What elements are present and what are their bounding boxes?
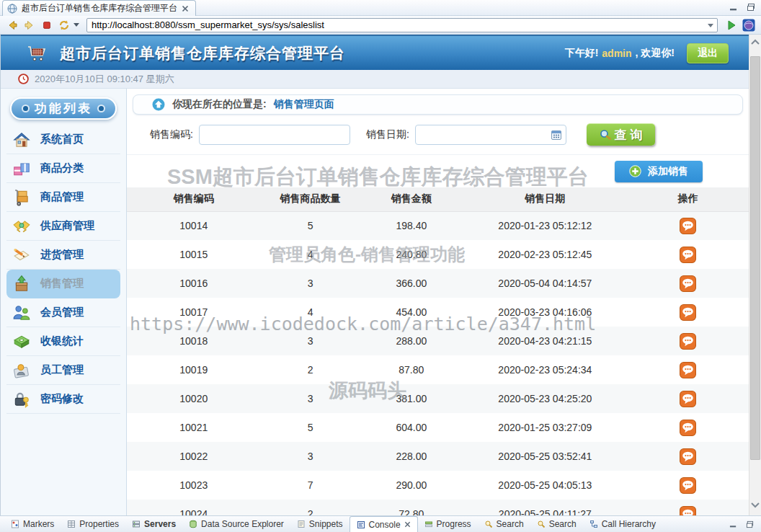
tab-properties[interactable]: Properties bbox=[61, 516, 125, 532]
sidebar-item-purchase[interactable]: 进货管理 bbox=[6, 241, 120, 270]
close-icon[interactable] bbox=[182, 5, 189, 12]
sales-icon bbox=[12, 275, 31, 293]
detail-button[interactable] bbox=[680, 476, 697, 494]
breadcrumb-current-link[interactable]: 销售管理页面 bbox=[274, 98, 334, 111]
add-sales-label: 添加销售 bbox=[648, 165, 688, 178]
search-icon bbox=[484, 520, 493, 528]
stop-icon[interactable] bbox=[40, 19, 53, 32]
sidebar-item-label: 销售管理 bbox=[40, 277, 84, 291]
sidebar-item-label: 收银统计 bbox=[40, 334, 84, 348]
sidebar: 功能列表 系统首页 商品分类 bbox=[1, 89, 127, 515]
url-input[interactable] bbox=[86, 18, 718, 32]
cell-amount: 228.00 bbox=[360, 442, 463, 471]
cell-date: 2020-04-23 04:21:15 bbox=[463, 327, 628, 355]
tab-servers[interactable]: Servers bbox=[125, 516, 182, 532]
maximize-view-icon[interactable] bbox=[747, 3, 755, 12]
minimize-view-icon[interactable] bbox=[729, 3, 738, 12]
detail-button[interactable] bbox=[680, 217, 697, 234]
detail-button[interactable] bbox=[680, 361, 697, 378]
supplier-icon bbox=[12, 217, 31, 236]
url-dropdown-icon[interactable] bbox=[708, 24, 713, 27]
sidebar-item-sales[interactable]: 销售管理 bbox=[6, 270, 120, 298]
cell-qty: 3 bbox=[261, 269, 360, 298]
category-icon bbox=[12, 159, 31, 178]
refresh-dropdown-icon[interactable] bbox=[74, 23, 79, 27]
sidebar-menu: 系统首页 商品分类 商品管理 bbox=[1, 125, 126, 414]
tab-progress[interactable]: Progress bbox=[418, 516, 478, 532]
greeting-prefix: 下午好! bbox=[565, 47, 599, 60]
cell-date: 2020-01-23 05:12:12 bbox=[463, 211, 628, 240]
go-icon[interactable] bbox=[725, 19, 738, 32]
main-content: 你现在所在的位置是: 销售管理页面 销售编码: 销售日期: 查 询 bbox=[127, 89, 749, 515]
minimize-view-icon[interactable] bbox=[729, 520, 737, 528]
pill-dot bbox=[99, 106, 104, 111]
tab-label: Search bbox=[497, 519, 524, 529]
col-header-op: 操作 bbox=[628, 187, 749, 211]
external-browser-icon[interactable] bbox=[742, 19, 755, 32]
sales-code-input[interactable] bbox=[199, 125, 350, 145]
back-icon[interactable] bbox=[6, 19, 19, 32]
snippets-icon bbox=[297, 520, 306, 528]
vertical-scrollbar[interactable] bbox=[749, 35, 761, 515]
sidebar-item-home[interactable]: 系统首页 bbox=[6, 125, 120, 154]
sidebar-item-label: 员工管理 bbox=[40, 363, 84, 377]
calendar-icon[interactable] bbox=[551, 129, 562, 141]
detail-button[interactable] bbox=[680, 246, 697, 263]
tab-label: Servers bbox=[144, 519, 176, 529]
detail-button[interactable] bbox=[680, 390, 697, 407]
scroll-down-icon[interactable] bbox=[751, 502, 760, 508]
tab-console[interactable]: Console bbox=[350, 516, 418, 532]
tab-search-2[interactable]: Search bbox=[530, 516, 583, 532]
detail-button[interactable] bbox=[680, 303, 697, 321]
tab-call-hierarchy[interactable]: Call Hierarchy bbox=[583, 516, 662, 532]
data-source-icon bbox=[189, 520, 197, 528]
refresh-icon[interactable] bbox=[58, 19, 71, 32]
sidebar-item-category[interactable]: 商品分类 bbox=[6, 154, 120, 183]
cell-qty: 3 bbox=[261, 384, 360, 413]
cell-qty: 5 bbox=[261, 413, 360, 442]
cell-qty: 4 bbox=[261, 298, 360, 327]
datetime-bar: 2020年10月10日 09:10:47 星期六 bbox=[1, 70, 749, 89]
detail-button[interactable] bbox=[680, 275, 697, 292]
cell-date: 2020-05-25 04:11:27 bbox=[463, 500, 628, 515]
scrollbar-thumb[interactable] bbox=[750, 56, 760, 460]
add-sales-button[interactable]: 添加销售 bbox=[615, 161, 703, 182]
tab-search-1[interactable]: Search bbox=[478, 516, 530, 532]
sidebar-item-employee[interactable]: 员工管理 bbox=[6, 356, 120, 385]
cell-date: 2020-05-25 04:05:13 bbox=[463, 471, 628, 500]
table-row: 10019287.802020-02-23 05:24:34 bbox=[127, 355, 749, 384]
clock-icon bbox=[18, 74, 29, 84]
sidebar-item-supplier[interactable]: 供应商管理 bbox=[6, 212, 120, 241]
query-button[interactable]: 查 询 bbox=[587, 123, 655, 146]
maximize-view-icon[interactable] bbox=[746, 520, 754, 528]
detail-button[interactable] bbox=[680, 332, 697, 350]
detail-button[interactable] bbox=[680, 448, 697, 465]
datetime-text: 2020年10月10日 09:10:47 星期六 bbox=[35, 73, 174, 86]
cell-date: 2020-05-04 04:14:57 bbox=[463, 269, 628, 298]
sales-date-input[interactable] bbox=[415, 125, 566, 145]
password-icon bbox=[12, 390, 31, 409]
tab-markers[interactable]: Markers bbox=[4, 516, 61, 532]
detail-button[interactable] bbox=[680, 419, 697, 436]
tab-snippets[interactable]: Snippets bbox=[290, 516, 350, 532]
sidebar-item-password[interactable]: 密码修改 bbox=[6, 385, 120, 414]
scroll-up-icon[interactable] bbox=[751, 39, 760, 45]
close-icon[interactable] bbox=[404, 521, 411, 528]
cell-qty: 5 bbox=[261, 211, 360, 240]
forward-icon[interactable] bbox=[23, 19, 36, 32]
sidebar-item-goods[interactable]: 商品管理 bbox=[6, 183, 120, 212]
cell-code: 10015 bbox=[127, 240, 261, 269]
logout-button[interactable]: 退出 bbox=[687, 43, 729, 63]
sidebar-item-member[interactable]: 会员管理 bbox=[6, 298, 120, 327]
browser-toolbar bbox=[0, 16, 761, 35]
tab-data-source-explorer[interactable]: Data Source Explorer bbox=[182, 516, 290, 532]
query-button-label: 查 询 bbox=[614, 127, 642, 143]
cell-code: 10014 bbox=[127, 211, 261, 240]
editor-tab[interactable]: 超市后台订单销售仓库库存综合管理平台 bbox=[2, 0, 196, 16]
purchase-icon bbox=[12, 246, 31, 265]
browser-viewport: 超市后台订单销售仓库库存综合管理平台 下午好! admin , 欢迎你! 退出 … bbox=[0, 35, 749, 515]
table-row: 100223228.002020-05-25 03:52:41 bbox=[127, 442, 749, 471]
detail-button[interactable] bbox=[680, 505, 697, 515]
sidebar-item-cashier[interactable]: 收银统计 bbox=[6, 327, 120, 356]
table-row: 100145198.402020-01-23 05:12:12 bbox=[127, 211, 749, 240]
